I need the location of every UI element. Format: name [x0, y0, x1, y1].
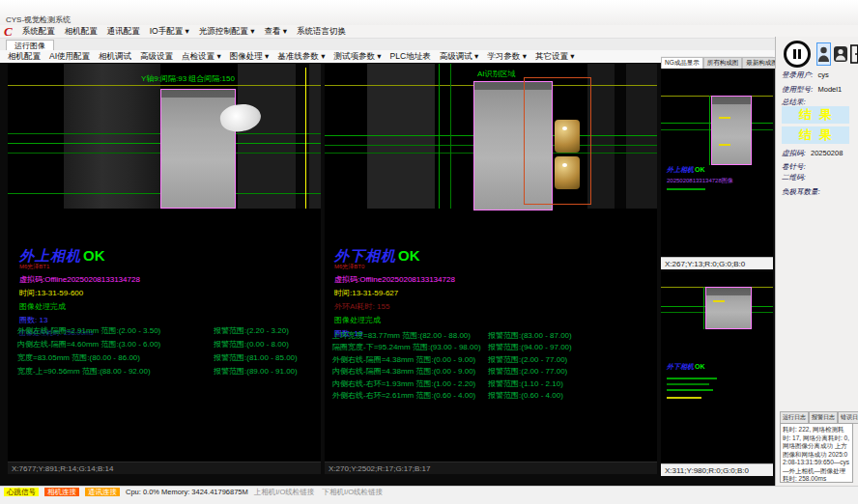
measurement-row: 内侧左线-隔圈=4.60mm 范围:(3.00 - 6.00)报警范围:(0.0…	[17, 338, 317, 351]
virtual-code-line: 虚拟码:Offline20250208133134728	[19, 274, 140, 285]
camera-image-small-bottom: 外下相机OK	[661, 271, 773, 463]
ai-elapsed-line: 外环AI耗时: 155	[334, 301, 455, 312]
status-badge-comm: 通讯连接	[85, 488, 120, 496]
measurement-row: 上环宽度=83.77mm 范围:(82.00 - 88.00)报警范围:(83.…	[332, 330, 651, 342]
toolbar-spot-check[interactable]: 点检设置 ▾	[182, 51, 221, 63]
small-view-code: 20250208133134728图像	[667, 177, 733, 185]
product-roi	[711, 96, 752, 165]
toolbar-other-settings[interactable]: 其它设置 ▾	[535, 51, 575, 63]
measurement-row: 宽度-上=90.56mm 范围:(88.00 - 92.00)报警范围:(89.…	[17, 365, 317, 378]
tab-ng-display[interactable]: NG成品显示	[661, 57, 703, 69]
field-virtual-code: 虚拟码:20250208	[782, 149, 843, 158]
field-needle-number: 卷针号:	[782, 162, 806, 172]
processing-done-line: 图像处理完成	[334, 315, 455, 325]
camera-image-left: Y轴9:间隔:93 组合间隔:150 外上相机OK M6光泽BT1 虚拟码:Of…	[8, 64, 321, 462]
ok-status: OK	[398, 247, 420, 264]
control-panel: 登录用户:cys 使用型号:Model1 总结果: 结果 结果 虚拟码:2025…	[775, 37, 858, 486]
menu-item-view[interactable]: 查看 ▾	[264, 26, 287, 38]
small-view-result: 外上相机OK	[667, 165, 705, 175]
toolbar-baseline-params[interactable]: 基准线参数 ▾	[277, 51, 325, 63]
camera-view-small-bottom[interactable]: 外下相机OK X:311;Y:980;R:0;G:0;B:0	[661, 271, 773, 476]
camera-image-middle: AI识别区域 外下相机OK M6光泽BT0 虚拟码:Offline2025020…	[325, 64, 657, 462]
menu-item-light-config[interactable]: 光源控制配置 ▾	[199, 26, 255, 38]
result-box-1: 结果	[782, 106, 849, 124]
camera-view-middle[interactable]: AI识别区域 外下相机OK M6光泽BT0 虚拟码:Offline2025020…	[325, 64, 657, 474]
tab-all-frames[interactable]: 所有构成图	[703, 57, 743, 69]
processing-done-line: 图像处理完成	[19, 301, 140, 312]
operator-button[interactable]	[834, 46, 847, 62]
menu-item-language-switch[interactable]: 系统语言切换	[297, 26, 346, 38]
model-value[interactable]: Model1	[818, 85, 843, 94]
menu-item-system-config[interactable]: 系统配置	[22, 26, 55, 38]
measurement-table: 外侧左线-隔圈=2.91mm 范围:(2.00 - 3.50)报警范围:(2.2…	[17, 324, 317, 378]
camera-view-small-top[interactable]: 外上相机OK 20250208133134728图像 X:267;Y:13;R:…	[661, 69, 773, 269]
measurement-row: 隔圈宽度-下=95.24mm 范围:(93.00 - 98.00)报警范围:(9…	[332, 342, 651, 353]
result-box-2: 结果	[782, 126, 849, 144]
cursor-coordinates: X:270;Y:2502;R:17;G:17;B:17	[325, 462, 657, 474]
time-line: 时间:13-31-59-627	[334, 288, 455, 298]
tab-feature-blob	[555, 120, 580, 153]
camera-image-small-top: 外上相机OK 20250208133134728图像	[661, 69, 773, 257]
toolbar-learning-params[interactable]: 学习参数 ▾	[487, 51, 527, 63]
status-badge-heartbeat: 心跳信号	[4, 488, 39, 496]
log-text-area: 耗时: 222, 网络检测耗时: 17, 网络分离耗时: 0, 网络图像分离成功…	[780, 423, 853, 483]
time-line: 时间:13-31-59-600	[19, 288, 140, 298]
measurement-table: 上环宽度=83.77mm 范围:(82.00 - 88.00)报警范围:(83.…	[332, 330, 651, 402]
toolbar-advanced-settings[interactable]: 高级设置	[140, 51, 173, 63]
measure-line-yellow	[305, 68, 306, 209]
measurement-row: 内侧右线-隔圈=4.38mm 范围:(0.00 - 9.00)报警范围:(2.0…	[332, 366, 651, 378]
menu-item-comm-config[interactable]: 通讯配置	[107, 26, 140, 38]
field-model: 使用型号:Model1	[782, 85, 842, 95]
toolbar-test-params[interactable]: 测试项参数 ▾	[333, 51, 381, 63]
tiny-text-row	[667, 188, 705, 190]
product-roi	[705, 287, 752, 329]
tiny-marker	[719, 144, 730, 146]
window-title: CYS-视觉检测系统	[6, 14, 71, 25]
toolbar-plc-address[interactable]: PLC地址表	[390, 51, 431, 63]
toolbar-camera-config[interactable]: 相机配置	[8, 51, 41, 63]
toolbar-advanced-debug[interactable]: 高级调试 ▾	[440, 51, 479, 63]
measurement-row: 外侧左线-隔圈=2.91mm 范围:(2.00 - 3.50)报警范围:(2.2…	[17, 324, 317, 338]
app-window: CYS-视觉检测系统 C 系统配置 相机配置 通讯配置 IO手配置 ▾ 光源控制…	[0, 0, 858, 504]
overlay-y-axis-text: Y轴9:间隔:93 组合间隔:150	[141, 73, 235, 84]
tab-feature-blob	[555, 156, 580, 189]
ok-status: OK	[83, 247, 105, 264]
toolbar-ai-config[interactable]: AI使用配置	[49, 51, 90, 63]
status-badge-camera: 相机连接	[44, 488, 79, 496]
camera-view-left[interactable]: Y轴9:间隔:93 组合间隔:150 外上相机OK M6光泽BT1 虚拟码:Of…	[8, 64, 321, 474]
baseline-yellow-green	[8, 85, 321, 86]
user-button[interactable]	[816, 42, 831, 66]
field-login-user: 登录用户:cys	[782, 70, 829, 80]
tiny-marker	[719, 117, 730, 119]
status-cpu-memory: Cpu: 0.0% Memory: 3424.41796875M	[126, 488, 248, 497]
field-qr-code: 二维码:	[782, 173, 806, 182]
cursor-coordinates: X:267;Y:13;R:0;G:0;B:0	[661, 257, 773, 269]
measure-line-green	[703, 287, 704, 329]
overlay-ai-region-text: AI识别区域	[477, 69, 516, 79]
exit-button[interactable]	[850, 44, 858, 64]
field-negative-tab-count: 负极耳数量:	[782, 187, 820, 197]
user-icon	[817, 43, 830, 65]
toolbar-image-processing[interactable]: 图像处理 ▾	[230, 51, 270, 63]
tiny-text-row	[667, 389, 713, 391]
cursor-coordinates: X:7677;Y:891;R:14;G:14;B:14	[8, 462, 321, 474]
pause-button[interactable]	[784, 41, 811, 68]
operator-icon	[834, 46, 847, 62]
toolbar: 相机配置 AI使用配置 相机调试 高级设置 点检设置 ▾ 图像处理 ▾ 基准线参…	[0, 50, 775, 64]
title-bar: CYS-视觉检测系统	[0, 0, 858, 25]
app-logo-icon: C	[4, 26, 13, 38]
status-bar: 心跳信号 相机连接 通讯连接 Cpu: 0.0% Memory: 3424.41…	[0, 486, 858, 504]
pause-icon	[793, 49, 796, 59]
menu-item-camera-config[interactable]: 相机配置	[65, 26, 98, 38]
measurement-row: 内侧右线-右环=1.93mm 范围:(1.00 - 2.20)报警范围:(1.1…	[332, 378, 651, 390]
menu-bar: C 系统配置 相机配置 通讯配置 IO手配置 ▾ 光源控制配置 ▾ 查看 ▾ 系…	[0, 25, 858, 39]
product-roi	[160, 89, 236, 209]
measurement-row: 外侧右线-隔圈=4.38mm 范围:(0.00 - 9.00)报警范围:(2.0…	[332, 354, 651, 366]
tiny-marker	[713, 300, 725, 302]
tiny-text-row	[667, 383, 709, 385]
toolbar-camera-debug[interactable]: 相机调试	[99, 51, 131, 63]
exit-door-icon	[850, 44, 858, 64]
right-view-tabs: NG成品显示 所有构成图 最新构成图	[661, 56, 773, 70]
menu-item-io-config[interactable]: IO手配置 ▾	[150, 26, 189, 38]
tiny-text-row	[667, 378, 717, 379]
